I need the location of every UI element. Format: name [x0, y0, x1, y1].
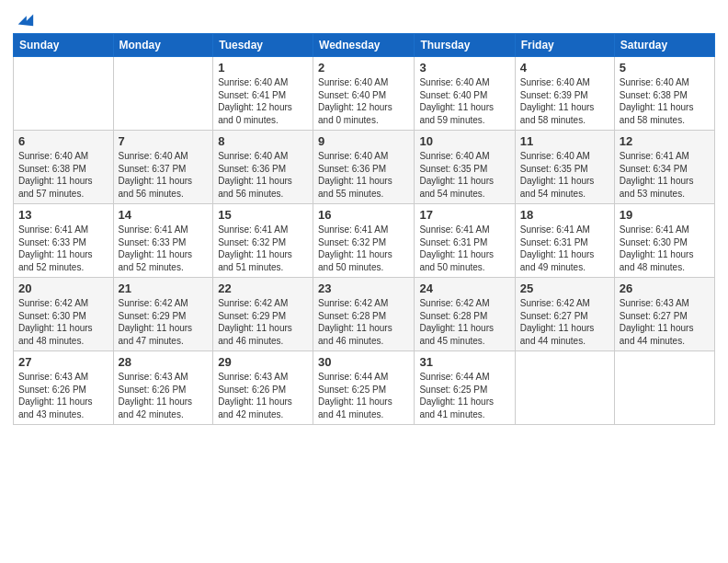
calendar-cell: 9Sunrise: 6:40 AM Sunset: 6:36 PM Daylig…	[313, 131, 415, 204]
day-number: 22	[218, 282, 308, 295]
calendar-cell: 14Sunrise: 6:41 AM Sunset: 6:33 PM Dayli…	[113, 204, 213, 278]
cell-info: Sunrise: 6:41 AM Sunset: 6:32 PM Dayligh…	[318, 224, 409, 273]
calendar-cell	[614, 351, 714, 425]
day-number: 26	[620, 282, 710, 295]
calendar-cell: 30Sunrise: 6:44 AM Sunset: 6:25 PM Dayli…	[313, 351, 415, 425]
cell-info: Sunrise: 6:40 AM Sunset: 6:41 PM Dayligh…	[218, 76, 308, 126]
col-friday: Friday	[515, 34, 614, 57]
logo	[13, 9, 35, 26]
col-tuesday: Tuesday	[213, 34, 313, 57]
col-thursday: Thursday	[415, 34, 515, 57]
cell-info: Sunrise: 6:44 AM Sunset: 6:25 PM Dayligh…	[318, 371, 409, 420]
calendar-cell: 19Sunrise: 6:41 AM Sunset: 6:30 PM Dayli…	[614, 204, 714, 278]
calendar-cell	[113, 57, 213, 131]
cell-info: Sunrise: 6:44 AM Sunset: 6:25 PM Dayligh…	[419, 371, 509, 420]
calendar-cell: 6Sunrise: 6:40 AM Sunset: 6:38 PM Daylig…	[14, 131, 114, 204]
calendar-cell: 26Sunrise: 6:43 AM Sunset: 6:27 PM Dayli…	[614, 278, 714, 351]
calendar-cell: 28Sunrise: 6:43 AM Sunset: 6:26 PM Dayli…	[113, 351, 213, 425]
day-number: 21	[119, 282, 209, 295]
calendar-cell: 20Sunrise: 6:42 AM Sunset: 6:30 PM Dayli…	[14, 278, 114, 351]
cell-info: Sunrise: 6:40 AM Sunset: 6:38 PM Dayligh…	[18, 150, 108, 200]
day-number: 17	[419, 208, 509, 222]
day-number: 31	[419, 355, 509, 369]
cell-info: Sunrise: 6:42 AM Sunset: 6:29 PM Dayligh…	[218, 297, 308, 347]
day-number: 11	[520, 134, 609, 148]
cell-info: Sunrise: 6:42 AM Sunset: 6:28 PM Dayligh…	[318, 297, 409, 347]
cell-info: Sunrise: 6:40 AM Sunset: 6:39 PM Dayligh…	[520, 76, 609, 126]
cell-info: Sunrise: 6:41 AM Sunset: 6:33 PM Dayligh…	[119, 224, 209, 273]
calendar-cell: 11Sunrise: 6:40 AM Sunset: 6:35 PM Dayli…	[515, 131, 614, 204]
calendar-cell: 3Sunrise: 6:40 AM Sunset: 6:40 PM Daylig…	[415, 57, 515, 131]
calendar-week-row: 1Sunrise: 6:40 AM Sunset: 6:41 PM Daylig…	[14, 57, 715, 131]
col-monday: Monday	[113, 34, 213, 57]
calendar-header-row: Sunday Monday Tuesday Wednesday Thursday…	[14, 34, 715, 57]
cell-info: Sunrise: 6:41 AM Sunset: 6:34 PM Dayligh…	[620, 150, 710, 200]
day-number: 13	[18, 208, 108, 222]
day-number: 23	[318, 282, 409, 295]
day-number: 14	[119, 208, 209, 222]
calendar-cell: 5Sunrise: 6:40 AM Sunset: 6:38 PM Daylig…	[614, 57, 714, 131]
day-number: 18	[520, 208, 609, 222]
calendar-table: Sunday Monday Tuesday Wednesday Thursday…	[13, 33, 715, 425]
cell-info: Sunrise: 6:40 AM Sunset: 6:35 PM Dayligh…	[419, 150, 509, 200]
calendar-cell: 17Sunrise: 6:41 AM Sunset: 6:31 PM Dayli…	[415, 204, 515, 278]
calendar-cell: 29Sunrise: 6:43 AM Sunset: 6:26 PM Dayli…	[213, 351, 313, 425]
cell-info: Sunrise: 6:40 AM Sunset: 6:37 PM Dayligh…	[119, 150, 209, 200]
day-number: 29	[218, 355, 308, 369]
cell-info: Sunrise: 6:42 AM Sunset: 6:27 PM Dayligh…	[520, 297, 609, 347]
cell-info: Sunrise: 6:40 AM Sunset: 6:36 PM Dayligh…	[318, 150, 409, 200]
calendar-cell: 2Sunrise: 6:40 AM Sunset: 6:40 PM Daylig…	[313, 57, 415, 131]
day-number: 12	[620, 134, 710, 148]
day-number: 19	[620, 208, 710, 222]
day-number: 3	[419, 61, 509, 75]
svg-marker-0	[18, 15, 33, 27]
col-saturday: Saturday	[614, 34, 714, 57]
day-number: 7	[119, 134, 209, 148]
cell-info: Sunrise: 6:41 AM Sunset: 6:31 PM Dayligh…	[520, 224, 609, 273]
day-number: 16	[318, 208, 409, 222]
calendar-cell: 24Sunrise: 6:42 AM Sunset: 6:28 PM Dayli…	[415, 278, 515, 351]
calendar-week-row: 27Sunrise: 6:43 AM Sunset: 6:26 PM Dayli…	[14, 351, 715, 425]
day-number: 24	[419, 282, 509, 295]
calendar-cell: 7Sunrise: 6:40 AM Sunset: 6:37 PM Daylig…	[113, 131, 213, 204]
cell-info: Sunrise: 6:41 AM Sunset: 6:32 PM Dayligh…	[218, 224, 308, 273]
calendar-cell: 12Sunrise: 6:41 AM Sunset: 6:34 PM Dayli…	[614, 131, 714, 204]
calendar-cell: 8Sunrise: 6:40 AM Sunset: 6:36 PM Daylig…	[213, 131, 313, 204]
col-sunday: Sunday	[14, 34, 114, 57]
day-number: 30	[318, 355, 409, 369]
cell-info: Sunrise: 6:43 AM Sunset: 6:27 PM Dayligh…	[620, 297, 710, 347]
cell-info: Sunrise: 6:41 AM Sunset: 6:30 PM Dayligh…	[620, 224, 710, 273]
cell-info: Sunrise: 6:40 AM Sunset: 6:40 PM Dayligh…	[419, 76, 509, 126]
cell-info: Sunrise: 6:40 AM Sunset: 6:36 PM Dayligh…	[218, 150, 308, 200]
day-number: 25	[520, 282, 609, 295]
cell-info: Sunrise: 6:43 AM Sunset: 6:26 PM Dayligh…	[18, 371, 108, 420]
cell-info: Sunrise: 6:40 AM Sunset: 6:40 PM Dayligh…	[318, 76, 409, 126]
cell-info: Sunrise: 6:40 AM Sunset: 6:38 PM Dayligh…	[620, 76, 710, 126]
header	[13, 9, 715, 26]
day-number: 28	[119, 355, 209, 369]
calendar-cell	[515, 351, 614, 425]
day-number: 9	[318, 134, 409, 148]
calendar-cell: 10Sunrise: 6:40 AM Sunset: 6:35 PM Dayli…	[415, 131, 515, 204]
calendar-cell: 4Sunrise: 6:40 AM Sunset: 6:39 PM Daylig…	[515, 57, 614, 131]
cell-info: Sunrise: 6:41 AM Sunset: 6:31 PM Dayligh…	[419, 224, 509, 273]
day-number: 1	[218, 61, 308, 75]
calendar-week-row: 6Sunrise: 6:40 AM Sunset: 6:38 PM Daylig…	[14, 131, 715, 204]
page: Sunday Monday Tuesday Wednesday Thursday…	[0, 0, 728, 563]
day-number: 8	[218, 134, 308, 148]
calendar-cell: 23Sunrise: 6:42 AM Sunset: 6:28 PM Dayli…	[313, 278, 415, 351]
calendar-cell: 31Sunrise: 6:44 AM Sunset: 6:25 PM Dayli…	[415, 351, 515, 425]
day-number: 4	[520, 61, 609, 75]
day-number: 2	[318, 61, 409, 75]
logo-icon	[15, 9, 35, 29]
day-number: 15	[218, 208, 308, 222]
day-number: 10	[419, 134, 509, 148]
calendar-cell: 16Sunrise: 6:41 AM Sunset: 6:32 PM Dayli…	[313, 204, 415, 278]
calendar-cell: 13Sunrise: 6:41 AM Sunset: 6:33 PM Dayli…	[14, 204, 114, 278]
calendar-cell: 15Sunrise: 6:41 AM Sunset: 6:32 PM Dayli…	[213, 204, 313, 278]
calendar-week-row: 13Sunrise: 6:41 AM Sunset: 6:33 PM Dayli…	[14, 204, 715, 278]
col-wednesday: Wednesday	[313, 34, 415, 57]
calendar-cell: 25Sunrise: 6:42 AM Sunset: 6:27 PM Dayli…	[515, 278, 614, 351]
calendar-cell: 21Sunrise: 6:42 AM Sunset: 6:29 PM Dayli…	[113, 278, 213, 351]
calendar-cell: 1Sunrise: 6:40 AM Sunset: 6:41 PM Daylig…	[213, 57, 313, 131]
